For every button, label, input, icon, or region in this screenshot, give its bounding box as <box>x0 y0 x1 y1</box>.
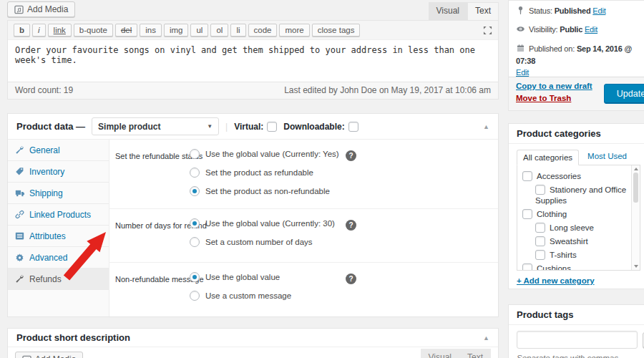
help-tip-icon[interactable]: ? <box>346 274 356 284</box>
radio-button-selected[interactable] <box>190 218 200 228</box>
update-button[interactable]: Update <box>604 84 644 104</box>
radio-label: Use a custom message <box>205 291 291 300</box>
downloadable-checkbox[interactable] <box>348 122 358 132</box>
tags-help-text: Separate tags with commas <box>517 354 640 358</box>
quicktag-img-button[interactable]: img <box>164 24 189 37</box>
product-categories-header: Product categories <box>509 124 644 144</box>
quicktag-del-button[interactable]: del <box>115 24 137 37</box>
refund-days-section: Number of days for refund Use the global… <box>109 209 498 263</box>
radio-option[interactable]: Use a custom message <box>190 291 498 301</box>
quicktag-close-tags-button[interactable]: close tags <box>312 24 361 37</box>
radio-option[interactable]: Set the product as refundable <box>190 168 498 178</box>
category-item[interactable]: Clothing <box>522 209 627 220</box>
virtual-field: Virtual: <box>234 122 277 132</box>
published-on-label: Published on: <box>529 44 575 53</box>
category-checkbox[interactable] <box>535 185 545 195</box>
collapse-toggle-icon[interactable]: ▲ <box>483 334 489 342</box>
category-checkbox[interactable] <box>535 250 545 260</box>
scroll-down-icon[interactable] <box>634 265 638 268</box>
add-media-label: Add Media <box>27 4 68 14</box>
move-to-trash-link[interactable]: Move to Trash <box>516 94 571 102</box>
refundable-status-section: Set the refundable status Use the global… <box>109 140 498 209</box>
quicktag-ol-button[interactable]: ol <box>210 24 228 37</box>
quicktag-li-button[interactable]: li <box>230 24 245 37</box>
quicktag-ul-button[interactable]: ul <box>190 24 208 37</box>
tab-general[interactable]: General <box>8 140 109 161</box>
radio-button[interactable] <box>190 291 200 301</box>
category-checkbox[interactable] <box>522 263 532 271</box>
category-checkbox[interactable] <box>535 236 545 246</box>
category-item[interactable]: Cushions <box>522 263 627 271</box>
tab-text[interactable]: Text <box>467 2 499 20</box>
tab-visual[interactable]: Visual <box>429 2 467 20</box>
add-media-button[interactable]: Add Media <box>15 352 83 358</box>
tab-shipping[interactable]: Shipping <box>8 183 109 204</box>
product-type-select[interactable]: Simple product ▼ <box>92 117 219 135</box>
product-data-header: Product data — Simple product ▼ | Virtua… <box>8 114 498 140</box>
collapse-toggle-icon[interactable]: ▲ <box>483 123 489 130</box>
radio-button[interactable] <box>190 237 200 247</box>
category-item[interactable]: Long sleeve <box>522 223 627 233</box>
quicktag-link-button[interactable]: link <box>48 24 72 37</box>
radio-button[interactable] <box>190 149 200 159</box>
quicktag-code-button[interactable]: code <box>248 24 278 37</box>
virtual-checkbox[interactable] <box>267 122 277 132</box>
edit-status-link[interactable]: Edit <box>592 6 605 15</box>
editor-textarea[interactable]: Order your favourite songs on vinyl and … <box>8 40 498 82</box>
tab-most-used[interactable]: Most Used <box>586 149 628 165</box>
radio-button[interactable] <box>190 168 200 178</box>
published-on-row: Published on: Sep 14, 2016 @ 07:38 Edit <box>516 44 641 78</box>
category-item[interactable]: Sweatshirt <box>522 236 627 247</box>
radio-option[interactable]: Use the global value <box>190 272 498 282</box>
category-label: Cushions <box>537 264 571 271</box>
add-new-category-link[interactable]: + Add new category <box>517 276 595 285</box>
quicktag-ins-button[interactable]: ins <box>140 24 162 37</box>
add-media-label: Add Media <box>35 354 76 358</box>
fullscreen-icon[interactable] <box>483 26 492 35</box>
tab-inventory[interactable]: Inventory <box>8 161 109 183</box>
scroll-up-icon[interactable] <box>634 168 638 170</box>
category-item[interactable]: Stationery and Office Supplies <box>522 185 627 206</box>
edit-published-link[interactable]: Edit <box>516 68 529 77</box>
category-checkbox[interactable] <box>522 209 532 219</box>
product-type-value: Simple product <box>98 122 160 132</box>
calendar-icon <box>516 44 527 56</box>
gear-icon <box>15 253 24 262</box>
category-item[interactable]: T-shirts <box>522 250 627 261</box>
radio-label: Use the global value (Currently: 30) <box>205 219 335 228</box>
product-tags-title: Product tags <box>517 309 573 320</box>
field-label: Set the refundable status <box>115 152 192 160</box>
description-editor: b i link b-quote del ins img ul ol li co… <box>7 20 499 100</box>
help-tip-icon[interactable]: ? <box>346 220 356 231</box>
wrench-icon <box>15 145 24 155</box>
edit-visibility-link[interactable]: Edit <box>585 25 597 34</box>
help-tip-icon[interactable]: ? <box>346 150 356 161</box>
category-checkbox[interactable] <box>522 171 532 181</box>
radio-option[interactable]: Set the product as non-refundable <box>190 186 498 196</box>
tab-text[interactable]: Text <box>459 349 491 358</box>
radio-button-selected[interactable] <box>190 272 200 282</box>
quicktag-more-button[interactable]: more <box>279 24 309 37</box>
pin-icon <box>516 6 527 18</box>
category-label: Clothing <box>537 210 567 218</box>
add-media-button[interactable]: Add Media <box>7 1 75 17</box>
tab-visual[interactable]: Visual <box>421 349 459 358</box>
category-list-scrollbar[interactable] <box>631 165 640 270</box>
tags-input[interactable] <box>517 331 638 349</box>
word-count-value: 19 <box>64 85 73 95</box>
radio-option[interactable]: Set a custom number of days <box>190 237 498 247</box>
scrollbar-thumb[interactable] <box>633 173 638 203</box>
category-checkbox[interactable] <box>535 223 545 233</box>
radio-option[interactable]: Use the global value (Currently: Yes) <box>190 149 498 159</box>
category-item[interactable]: Accessories <box>522 171 627 182</box>
tab-linked-products[interactable]: Linked Products <box>8 204 109 226</box>
tab-label: General <box>29 145 60 155</box>
quicktag-bold-button[interactable]: b <box>14 24 30 37</box>
category-label: T-shirts <box>550 251 577 259</box>
quicktag-blockquote-button[interactable]: b-quote <box>74 24 113 37</box>
radio-button-selected[interactable] <box>190 186 200 196</box>
link-icon <box>15 210 24 219</box>
tab-all-categories[interactable]: All categories <box>517 150 579 165</box>
radio-option[interactable]: Use the global value (Currently: 30) <box>190 218 498 228</box>
quicktag-italic-button[interactable]: i <box>32 24 46 37</box>
